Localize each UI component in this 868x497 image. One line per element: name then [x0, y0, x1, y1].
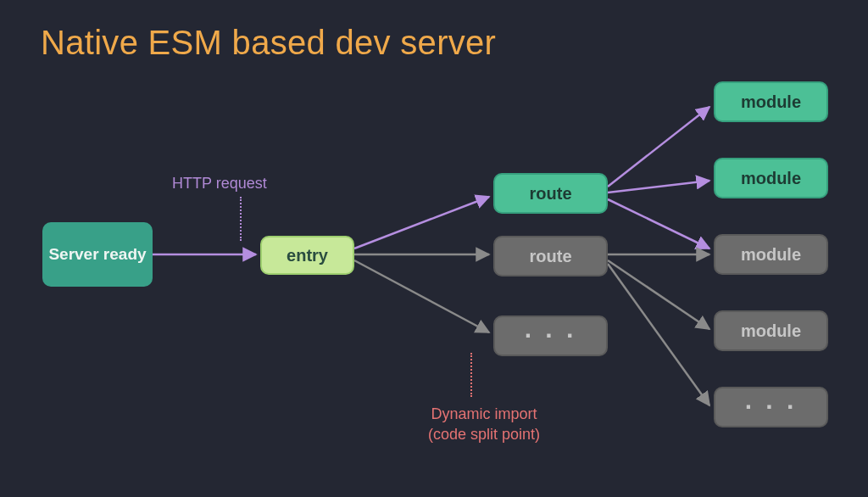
annotation-http-dotted-line — [240, 197, 242, 241]
edge-route-active-module-a — [608, 107, 709, 187]
annotation-http-request: HTTP request — [172, 173, 267, 193]
edge-entry-route-active — [354, 197, 489, 248]
edge-route-inactive-module-more — [608, 264, 709, 405]
edge-route-active-module-b — [608, 181, 709, 193]
annotation-dynamic-dotted-line — [470, 353, 472, 397]
node-module-a: module — [714, 81, 828, 122]
node-module-d: module — [714, 310, 828, 351]
node-server-ready: Server ready — [42, 222, 153, 287]
node-route-more: · · · — [493, 316, 608, 356]
node-route-inactive: route — [493, 236, 608, 276]
node-module-b: module — [714, 158, 828, 198]
page-title: Native ESM based dev server — [41, 24, 496, 62]
annotation-dynamic-import-line1: Dynamic import — [431, 405, 537, 422]
annotation-dynamic-import-line2: (code split point) — [428, 426, 540, 443]
diagram-stage: Native ESM based dev server — [0, 0, 868, 497]
node-module-more: · · · — [714, 387, 828, 427]
node-route-active: route — [493, 173, 608, 214]
annotation-dynamic-import: Dynamic import (code split point) — [412, 404, 556, 445]
node-module-c: module — [714, 234, 828, 275]
edge-route-active-module-c — [608, 199, 709, 248]
node-entry: entry — [260, 236, 354, 275]
edge-entry-route-more — [354, 260, 489, 332]
edge-route-inactive-module-d — [608, 260, 709, 329]
